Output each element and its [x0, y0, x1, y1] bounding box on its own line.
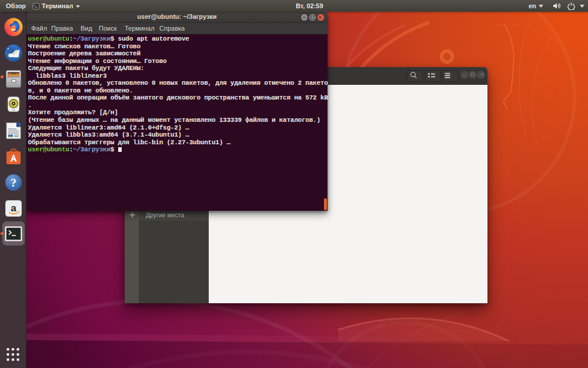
- svg-text:?: ?: [11, 177, 16, 189]
- svg-text:a: a: [11, 203, 16, 214]
